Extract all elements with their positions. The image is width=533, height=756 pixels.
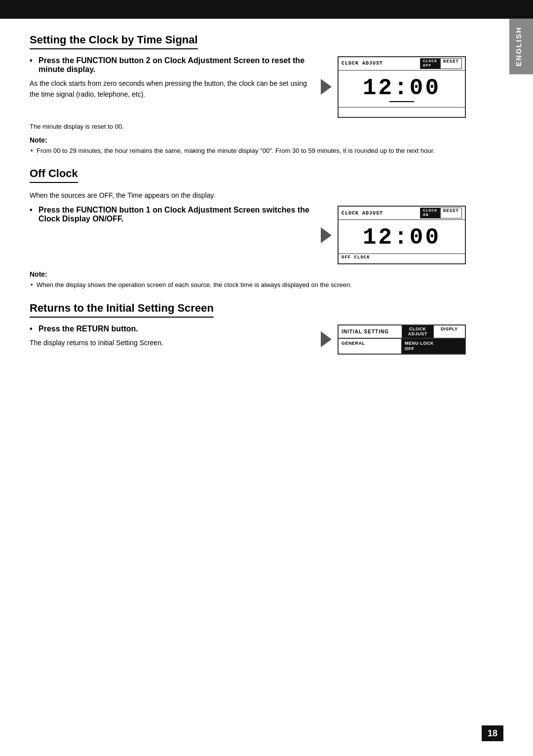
section2-lcd-time: 12:00 — [339, 220, 465, 253]
section2-title: Off Clock — [30, 167, 78, 183]
section-setting-clock: Setting the Clock by Time Signal Press t… — [30, 34, 479, 155]
section3-lcd-header: INITIAL SETTING CLOCK ADJUST DISPLY — [339, 325, 465, 339]
section3-lcd-cell2: MENU LOCK OFF — [402, 339, 465, 354]
section2-lcd-buttons: CLOCK ON RESET — [420, 208, 462, 218]
section2-row: Press the FUNCTION button 1 on Clock Adj… — [30, 206, 479, 264]
section2-lcd-header: CLOCK ADJUST CLOCK ON RESET — [339, 207, 465, 220]
section2-lcd-label: CLOCK ADJUST — [342, 211, 383, 216]
section3-lcd-btn1: CLOCK ADJUST — [402, 325, 434, 338]
section2-arrow-icon — [321, 227, 332, 243]
page-number: 18 — [482, 725, 503, 741]
section1-lcd-btn1: CLOCK OFF — [420, 58, 440, 69]
section2-lcd: CLOCK ADJUST CLOCK ON RESET 12:00 OFF CL… — [338, 206, 466, 264]
section3-bullet-heading: Press the RETURN button. — [30, 324, 311, 333]
section1-body: As the clock starts from zero seconds wh… — [30, 78, 311, 100]
section2-note-label: Note: — [30, 270, 479, 278]
top-bar — [0, 0, 533, 19]
section2-note-text: When the display shows the operation scr… — [37, 280, 479, 290]
section1-lcd-header: CLOCK ADJUST CLOCK OFF RESET — [339, 57, 465, 71]
section2-intro: When the sources are OFF, the Time appea… — [30, 190, 479, 201]
section1-note-label: Note: — [30, 136, 479, 144]
section3-lcd-cell1: GENERAL — [339, 339, 402, 354]
section3-arrow-icon — [321, 331, 332, 347]
section3-lcd-body: GENERAL MENU LOCK OFF — [339, 338, 465, 354]
section3-right: INITIAL SETTING CLOCK ADJUST DISPLY GENE… — [321, 324, 479, 355]
section1-bullet-heading: Press the FUNCTION button 2 on Clock Adj… — [30, 56, 311, 74]
section-off-clock: Off Clock When the sources are OFF, the … — [30, 167, 479, 289]
main-content: Setting the Clock by Time Signal Press t… — [0, 19, 508, 381]
section1-title: Setting the Clock by Time Signal — [30, 34, 198, 49]
section3-lcd-header-right: CLOCK ADJUST DISPLY — [402, 325, 465, 338]
english-tab: ENGLISH — [509, 19, 533, 74]
section1-lcd-footer — [339, 107, 465, 117]
section2-left: Press the FUNCTION button 1 on Clock Adj… — [30, 206, 311, 227]
section2-lcd-btn1: CLOCK ON — [420, 208, 440, 218]
section1-left: Press the FUNCTION button 2 on Clock Adj… — [30, 56, 311, 105]
section2-lcd-btn2: RESET — [440, 208, 462, 218]
section2-lcd-footer: OFF CLOCK — [339, 253, 465, 263]
section1-caption: The minute display is reset to 00. — [30, 123, 479, 130]
section3-title: Returns to the Initial Setting Screen — [30, 302, 214, 318]
section2-lcd-footer-label: OFF CLOCK — [342, 255, 370, 262]
section3-body: The display returns to Initial Setting S… — [30, 337, 311, 348]
section2-right: CLOCK ADJUST CLOCK ON RESET 12:00 OFF CL… — [321, 206, 479, 264]
section1-lcd-label: CLOCK ADJUST — [342, 61, 383, 66]
section1-right: CLOCK ADJUST CLOCK OFF RESET 12:00 — [321, 56, 479, 118]
section3-lcd-header-left: INITIAL SETTING — [339, 325, 402, 338]
section-returns: Returns to the Initial Setting Screen Pr… — [30, 302, 479, 355]
section3-lcd: INITIAL SETTING CLOCK ADJUST DISPLY GENE… — [338, 324, 466, 355]
section3-lcd-btn2: DISPLY — [434, 325, 465, 338]
section1-row: Press the FUNCTION button 2 on Clock Adj… — [30, 56, 479, 118]
section3-left: Press the RETURN button. The display ret… — [30, 324, 311, 353]
section2-bullet-heading: Press the FUNCTION button 1 on Clock Adj… — [30, 206, 311, 223]
section1-arrow-icon — [321, 79, 332, 95]
section1-lcd-time: 12:00 — [339, 71, 465, 107]
section1-lcd-buttons: CLOCK OFF RESET — [420, 58, 462, 69]
section1-lcd-btn2: RESET — [440, 58, 462, 69]
section1-note-text: From 00 to 29 minutes, the hour remains … — [37, 146, 479, 156]
section3-row: Press the RETURN button. The display ret… — [30, 324, 479, 355]
section1-lcd: CLOCK ADJUST CLOCK OFF RESET 12:00 — [338, 56, 466, 118]
